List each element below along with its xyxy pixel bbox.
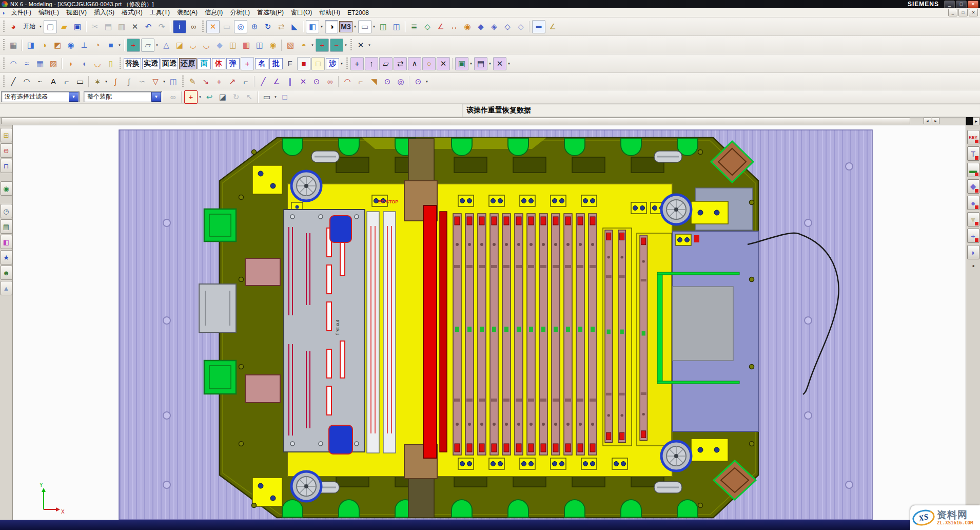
menu-insert[interactable]: 插入(S) — [90, 8, 118, 17]
edit-section-icon[interactable]: ◫ — [390, 21, 403, 33]
face-blend-icon[interactable]: ◡ — [200, 39, 212, 51]
zoom-in-out-icon[interactable]: ⊕ — [248, 21, 261, 33]
divide-curve-icon[interactable]: ∽ — [136, 75, 148, 88]
clip-section-icon[interactable]: ◫ — [377, 21, 389, 33]
assembly-sequence-icon[interactable]: ≣ — [408, 21, 420, 33]
selection-filter-arrow[interactable]: ▼ — [69, 92, 79, 102]
horizontal-scrollbar[interactable]: ◄ ► — [0, 117, 966, 125]
sketch-icon[interactable]: + — [127, 39, 140, 52]
bridge-surface-icon[interactable]: ◡ — [91, 58, 104, 70]
text-curve-icon[interactable]: A — [47, 75, 60, 88]
body-char-button[interactable]: 体 — [212, 58, 225, 69]
edit-curve-icon[interactable]: ∫ — [109, 75, 122, 88]
die-button-component-button[interactable]: ▬ — [967, 163, 979, 177]
graphics-viewport[interactable]: ED STOP first cut Y X — [13, 125, 966, 520]
datum-plane-icon-dropdown[interactable]: ▼ — [155, 44, 159, 47]
snap-point-button[interactable]: + — [184, 90, 198, 104]
menu-view[interactable]: 视图(V) — [63, 8, 90, 17]
copy-icon[interactable]: ▤ — [102, 21, 114, 33]
delete-face-icon[interactable]: ✕ — [437, 57, 450, 70]
block-icon-dropdown[interactable]: ▼ — [117, 44, 122, 47]
circle-dashed-icon[interactable]: ◎ — [395, 75, 407, 88]
assembly-navigator-icon[interactable]: ⊞ — [1, 128, 12, 142]
collapse-strip-button[interactable]: ◄ — [970, 262, 976, 269]
part-info-icon[interactable]: i — [173, 20, 186, 33]
cross-section-edit-icon[interactable]: ✕ — [493, 57, 506, 70]
roles-icon[interactable]: ☻ — [1, 266, 12, 280]
menu-analysis[interactable]: 分析(L) — [226, 8, 253, 17]
edge-blend-icon[interactable]: ◡ — [187, 39, 199, 51]
start-menu-button[interactable]: 开始 — [21, 21, 38, 32]
rotate-disabled-icon[interactable]: ↻ — [230, 91, 242, 103]
circle-center-icon[interactable]: ⊙ — [381, 75, 394, 88]
restore-button[interactable]: □ — [956, 1, 967, 8]
pull-face-icon[interactable]: ↑ — [365, 57, 378, 70]
visualization-icon[interactable]: ◧ — [1, 235, 12, 249]
offset-region-icon[interactable]: ▱ — [379, 57, 393, 70]
selection-scope-dropdown[interactable]: 整个装配 ▼ — [84, 91, 162, 102]
history-icon[interactable]: ◷ — [1, 204, 12, 218]
trim-corner-icon[interactable]: + — [213, 75, 225, 88]
point-set-icon[interactable]: ∗ — [91, 75, 104, 88]
immediate-hide-icon[interactable]: ◈ — [488, 21, 500, 33]
measure-distance-icon[interactable]: ═ — [532, 20, 545, 33]
menu-help[interactable]: 帮助(H) — [316, 8, 344, 17]
project-curve-icon-dropdown[interactable]: ▼ — [162, 80, 166, 83]
punch-component-button[interactable]: T — [967, 146, 979, 161]
datum-csys-icon[interactable]: ∠ — [435, 21, 447, 33]
menu-assemblies[interactable]: 装配(A) — [173, 8, 201, 17]
hole-icon[interactable]: ◉ — [65, 39, 77, 51]
background-button-dropdown[interactable]: ▼ — [372, 25, 376, 28]
die-plate[interactable] — [284, 210, 365, 452]
section-surface-icon[interactable]: ◖ — [78, 58, 90, 70]
center-mark-icon[interactable]: + — [241, 57, 254, 70]
interpart-link-icon[interactable]: ∞ — [167, 91, 179, 103]
circle-radius-icon[interactable]: ⊙ — [412, 75, 424, 88]
menu-format[interactable]: 格式(R) — [118, 8, 146, 17]
open-file-icon[interactable]: ▰ — [58, 21, 70, 33]
menu-information[interactable]: 信息(I) — [201, 8, 226, 17]
constraint-navigator-icon[interactable]: ⊖ — [1, 143, 12, 158]
profile-icon[interactable]: ⌐ — [61, 75, 73, 88]
cross-punch-component-button[interactable]: + — [967, 229, 979, 243]
sketch-csys-icon[interactable]: ∠ — [270, 75, 283, 88]
revolve-icon[interactable]: ◑ — [38, 39, 50, 51]
paste-icon[interactable]: ▥ — [115, 21, 128, 33]
subtract-icon[interactable]: − — [330, 39, 343, 52]
zoom-box-icon[interactable]: ◎ — [234, 20, 247, 33]
hole-series-icon[interactable]: ◉ — [267, 39, 279, 51]
studio-surface-icon[interactable]: ▨ — [47, 58, 60, 70]
side-tab[interactable] — [199, 284, 236, 332]
die-block-component-button[interactable]: ◆ — [967, 179, 979, 194]
rectangle-icon[interactable]: ▭ — [74, 75, 86, 88]
wireframe-cube-icon[interactable]: □ — [279, 91, 291, 103]
backgrounds-icon[interactable]: ▲ — [1, 281, 12, 295]
child-close-button[interactable]: ✕ — [969, 9, 978, 16]
toolbar-drag-handle[interactable] — [3, 75, 5, 88]
round-plate-component-button[interactable]: ● — [967, 196, 979, 210]
save-icon[interactable]: ▣ — [71, 21, 84, 33]
quick-trim-icon[interactable]: ◥ — [368, 75, 380, 88]
menu-edit[interactable]: 编辑(E) — [35, 8, 63, 17]
delete-icon[interactable]: ✕ — [129, 21, 141, 33]
interference-button[interactable]: 涉 — [326, 58, 339, 69]
scroll-right-button[interactable]: ► — [932, 118, 939, 124]
menu-et2008[interactable]: ET2008 — [344, 9, 373, 17]
tangent-circles-icon[interactable]: ∞ — [324, 75, 336, 88]
copy-face-icon-dropdown[interactable]: ▼ — [469, 62, 473, 65]
translucent-cube-icon[interactable]: □ — [311, 57, 325, 70]
unite-icon[interactable]: + — [316, 39, 329, 52]
resize-blend-icon[interactable]: ∧ — [408, 57, 421, 70]
layer-visible-in-view-button[interactable]: M3 — [339, 21, 352, 32]
subtract-icon-dropdown[interactable]: ▼ — [344, 44, 348, 47]
effects-wand-icon[interactable]: ★ — [1, 250, 12, 264]
minimize-button[interactable]: _ — [944, 1, 955, 8]
scroll-left-button[interactable]: ◄ — [924, 118, 931, 124]
trim-curve-icon[interactable]: ∫ — [123, 75, 135, 88]
fillet-sketch-icon[interactable]: ⌐ — [355, 75, 367, 88]
cut-icon[interactable]: ✂ — [89, 21, 101, 33]
batch-char-button[interactable]: 批 — [269, 58, 283, 69]
spring-char-button[interactable]: 弹 — [226, 58, 240, 69]
face-translucent-button[interactable]: 面透 — [161, 58, 178, 69]
datum-plane-icon[interactable]: ▱ — [141, 39, 154, 52]
